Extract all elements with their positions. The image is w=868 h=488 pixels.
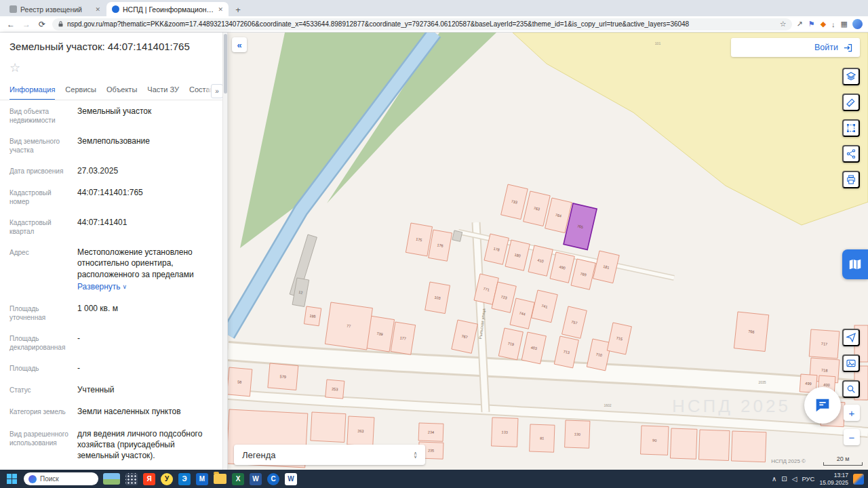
parcel[interactable]: 234 (418, 423, 443, 441)
parcel[interactable]: 195 (304, 306, 321, 326)
news-widget-icon[interactable] (103, 473, 120, 485)
volume-icon[interactable]: ◁ (792, 475, 797, 483)
locate-button[interactable] (842, 329, 860, 346)
word-icon[interactable]: W (250, 473, 262, 485)
language-indicator[interactable]: РУС (802, 475, 814, 483)
panel-tab[interactable]: Сервисы (65, 82, 96, 100)
field-value: Местоположение установлено относительно … (77, 247, 218, 292)
new-tab-button[interactable]: + (233, 4, 243, 15)
panel-tab[interactable]: Состав (189, 82, 214, 100)
parcel[interactable]: 263 (347, 416, 374, 446)
tab-close-icon[interactable]: ✕ (95, 6, 100, 13)
panel-tab[interactable]: Объекты (106, 82, 137, 100)
zoom-in-button[interactable]: + (844, 405, 860, 421)
field-value: Земельный участок (77, 106, 151, 125)
scale-label: 20 м (823, 455, 863, 462)
parcel[interactable]: 253 (326, 380, 344, 399)
field-row: Площадь декларированная- (0, 327, 227, 357)
tab-close-icon[interactable]: ✕ (218, 6, 223, 13)
panel-scrollbar[interactable] (222, 33, 227, 470)
parcel[interactable]: 58 (228, 367, 252, 396)
parcel[interactable]: 81 (530, 424, 555, 452)
building[interactable] (452, 230, 462, 241)
parcel[interactable]: 133 (492, 418, 518, 447)
layers-button[interactable] (842, 68, 860, 85)
share-icon[interactable]: ↗ (797, 20, 803, 28)
share-button[interactable] (842, 145, 860, 163)
browser-tab[interactable]: НСПД | Геоинформационный п✕ (106, 2, 229, 16)
forward-button[interactable]: → (21, 20, 32, 29)
parcel[interactable] (731, 431, 766, 462)
legend-label: Легенда (242, 450, 275, 460)
print-button[interactable] (842, 171, 860, 188)
extension-icon[interactable]: ◆ (821, 20, 826, 28)
back-button[interactable]: ← (5, 20, 16, 29)
expand-link[interactable]: Развернуть∨ (77, 281, 127, 292)
search-map-button[interactable] (842, 380, 860, 398)
field-label: Вид земельного участка (9, 136, 77, 155)
panel-tab[interactable]: Информация (9, 82, 55, 100)
parcel[interactable]: 90 (641, 426, 669, 455)
parcel[interactable]: 130 (565, 420, 590, 448)
url-bar[interactable]: nspd.gov.ru/map?thematic=PKK&zoom=17.448… (52, 18, 792, 30)
yandex-browser-icon[interactable]: Я (143, 473, 155, 485)
mail-app-icon[interactable]: М (196, 473, 208, 485)
field-value: 44:07:141401:765 (77, 187, 143, 206)
field-list: Вид объекта недвижимостиЗемельный участо… (0, 100, 227, 470)
field-row: Вид объекта недвижимостиЗемельный участо… (0, 100, 227, 130)
scrollbar-thumb[interactable] (224, 34, 227, 94)
word-doc-icon[interactable]: W (285, 473, 297, 485)
parcel[interactable] (311, 412, 346, 443)
login-button[interactable]: Войти (731, 38, 860, 57)
parcel[interactable]: 177 (391, 322, 416, 354)
taskbar-search[interactable]: Поиск (24, 472, 98, 485)
display-icon[interactable]: ⊡ (781, 475, 787, 483)
gov-app-icon[interactable]: Э (178, 473, 191, 485)
apps-grid-icon[interactable]: ▦ (841, 20, 848, 28)
parcel[interactable]: 77 (325, 302, 372, 350)
search-placeholder: Поиск (40, 475, 59, 483)
legend-dropdown[interactable]: Легенда ∧∨ (234, 445, 425, 465)
consultant-icon[interactable]: С (267, 473, 279, 485)
taskbar: Поиск ЯУЭМXWСW ∧ ⊡ ◁ РУС 13:17 15.09.202… (0, 470, 868, 488)
tabs-overflow-button[interactable]: » (211, 84, 223, 98)
map-area[interactable]: 7337637647651751761781804104907691811037… (228, 33, 868, 470)
yandex-music-icon[interactable]: У (161, 473, 173, 485)
field-value: Землепользование (77, 136, 150, 155)
bookmark-star-icon[interactable]: ☆ (780, 20, 787, 28)
start-button[interactable] (4, 472, 19, 487)
browser-tab[interactable]: Реестр извещений✕ (4, 2, 106, 16)
excel-icon[interactable]: X (232, 473, 244, 485)
cadastral-map[interactable]: 7337637647651751761781804104907691811037… (228, 33, 868, 470)
favorite-star-icon[interactable]: ☆ (9, 61, 20, 75)
parcel[interactable]: 766 (734, 312, 768, 352)
app-grid-icon[interactable] (125, 473, 138, 485)
reload-button[interactable]: ⟳ (37, 20, 47, 29)
basemap-button[interactable] (842, 354, 860, 372)
parcel[interactable] (698, 430, 730, 461)
tray-expand-icon[interactable]: ∧ (772, 475, 776, 483)
parcel[interactable]: 579 (268, 363, 298, 390)
tray-time: 13:17 (819, 472, 848, 479)
file-explorer-icon[interactable] (214, 474, 226, 484)
parcel-label: 499 (805, 381, 812, 386)
measure-button[interactable] (842, 94, 860, 111)
tab-favicon (9, 5, 17, 13)
parcel[interactable]: 717 (809, 329, 840, 359)
notification-icon[interactable] (853, 474, 864, 485)
profile-avatar[interactable] (852, 19, 863, 29)
extension-flag-icon[interactable]: ⚑ (808, 20, 815, 28)
panel-tab[interactable]: Части ЗУ (147, 82, 179, 100)
support-chat-button[interactable] (804, 387, 841, 424)
url-text: nspd.gov.ru/map?thematic=PKK&zoom=17.448… (67, 20, 776, 28)
parcel[interactable] (670, 428, 697, 459)
zoom-out-button[interactable]: − (844, 429, 860, 445)
map-feedback-widget-button[interactable] (842, 249, 868, 279)
clock[interactable]: 13:17 15.09.2025 (819, 472, 848, 486)
field-row: Вид разрешенного использованиядля ведени… (0, 423, 227, 467)
select-area-button[interactable] (842, 119, 860, 137)
collapse-panel-button[interactable]: « (232, 37, 247, 52)
locate-icon (846, 332, 856, 343)
login-icon (843, 43, 853, 53)
downloads-icon[interactable]: ↓ (831, 20, 835, 28)
